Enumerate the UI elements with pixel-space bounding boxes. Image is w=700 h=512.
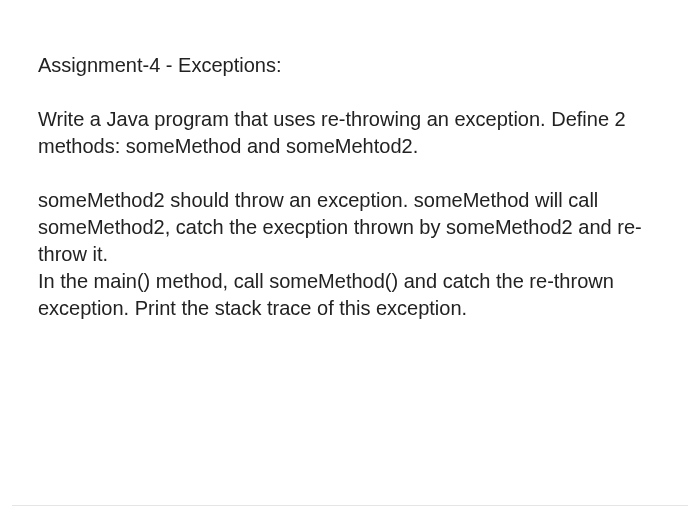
assignment-title: Assignment-4 - Exceptions: — [38, 52, 662, 79]
horizontal-rule — [12, 505, 688, 506]
assignment-paragraph-2: someMethod2 should throw an exception. s… — [38, 187, 662, 322]
assignment-paragraph-1: Write a Java program that uses re-throwi… — [38, 106, 662, 160]
assignment-document: Assignment-4 - Exceptions: Write a Java … — [38, 52, 662, 322]
